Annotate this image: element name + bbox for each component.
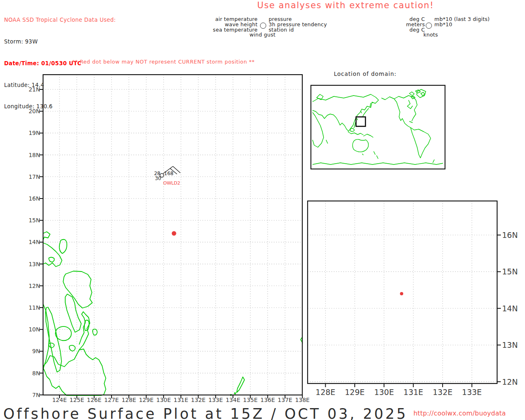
plot-title: Offshore Surface Plot at 15Z / OCT 03, 2… [3, 406, 408, 420]
axis-label: 131E [172, 397, 190, 403]
station-pressure: 168 [164, 171, 173, 176]
units-legend-knots: knots [410, 32, 451, 38]
axis-label: 132E [189, 397, 207, 403]
axis-label: 129E [342, 388, 367, 397]
legend-line: deg C [368, 27, 425, 33]
axis-label: 124E [50, 397, 68, 403]
axis-label: 126E [85, 397, 103, 403]
station-legend-right-column: pressure3h pressure tendencystation id [269, 17, 327, 33]
world-inset-title: Location of domain: [334, 71, 397, 77]
axis-label: 9N [16, 348, 40, 354]
axis-label: 127E [103, 397, 121, 403]
station-sea-temp: 30 [150, 176, 161, 181]
axis-label: 18N [16, 152, 40, 158]
axis-label: 17N [16, 173, 40, 180]
axis-label: 20N [16, 108, 40, 114]
axis-label: 14N [502, 304, 518, 313]
legend-line: sea temperature [192, 27, 258, 33]
legend-line: station id [269, 27, 327, 33]
source-url-link[interactable]: http://coolwx.com/buoydata [413, 410, 506, 417]
axis-label: 15N [502, 267, 518, 276]
station-model-circle-icon [260, 23, 266, 29]
axis-label: 132E [430, 388, 455, 397]
axis-label: 125E [68, 397, 86, 403]
units-legend-right-column: mb*10 (last 3 digits)mb*10 [434, 17, 490, 27]
axis-label: 7N [16, 392, 40, 398]
caution-banner: Use analyses with extreme caution! [257, 0, 434, 10]
axis-label: 128E [120, 397, 138, 403]
axis-label: 16N [502, 231, 518, 240]
axis-label: 133E [460, 388, 484, 397]
axis-label: 11N [16, 304, 40, 311]
axis-label: 10N [16, 326, 40, 333]
axis-label: 14N [16, 239, 40, 245]
main-map-coastlines [43, 232, 303, 395]
storm-position-warning: ** Red dot below may NOT represent CURRE… [72, 59, 255, 65]
axis-label: 137E [276, 397, 294, 403]
zoom-inset-grid [308, 201, 501, 387]
station-legend-left-column: air temperaturewave heightsea temperatur… [192, 17, 258, 33]
storm-info-source: NOAA SSD Tropical Cyclone Data Used: [4, 16, 116, 24]
buoy-plot-page: { "colors": { "salmon": "#fb5a55", "stro… [0, 0, 525, 420]
storm-position-dot-main [172, 231, 176, 236]
station-id-label: OWLD2 [163, 180, 180, 186]
axis-label: 12N [16, 283, 40, 289]
axis-label: 21N [16, 86, 40, 93]
domain-location-box [356, 117, 365, 126]
axis-label: 13N [16, 261, 40, 267]
axis-label: 129E [137, 397, 155, 403]
axis-label: 8N [16, 370, 40, 377]
axis-label: 16N [16, 195, 40, 202]
storm-info-id: Storm: 93W [4, 38, 116, 46]
units-model-circle-icon [426, 23, 432, 29]
axis-label: 13N [502, 340, 518, 349]
axis-label: 131E [401, 388, 426, 397]
axis-label: 138E [293, 397, 311, 403]
axis-label: 130E [372, 388, 396, 397]
legend-line: mb*10 [434, 22, 490, 27]
axis-label: 19N [16, 130, 40, 136]
axis-label: 136E [259, 397, 277, 403]
axis-label: 135E [241, 397, 259, 403]
axis-label: 133E [207, 397, 225, 403]
storm-position-dot-inset [400, 292, 403, 295]
axis-label: 128E [313, 388, 338, 397]
axis-label: 134E [224, 397, 242, 403]
axis-label: 15N [16, 217, 40, 224]
axis-label: 12N [502, 377, 518, 386]
world-inset-map [311, 85, 445, 169]
units-legend-left-column: deg Cmetersdeg C [368, 17, 425, 33]
station-legend-wind-gust: wind gust [236, 32, 289, 38]
axis-label: 130E [155, 397, 173, 403]
